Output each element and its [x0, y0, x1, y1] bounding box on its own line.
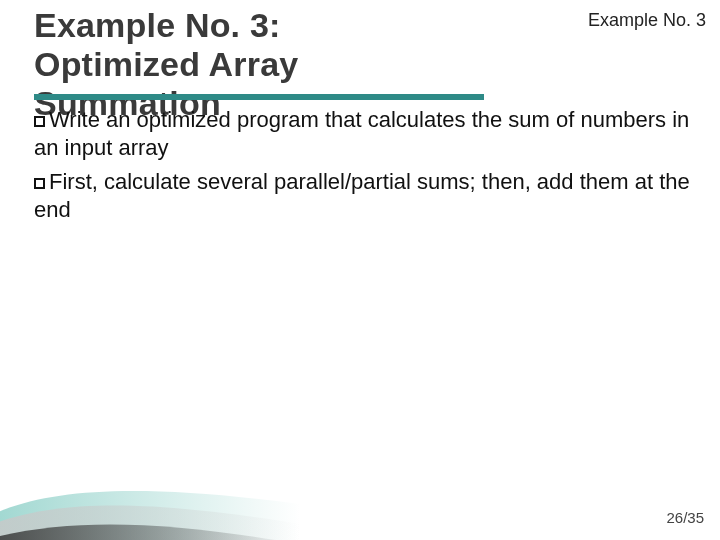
bullet-text: First, calculate several parallel/partia…: [34, 169, 690, 222]
bullet-item: Write an optimized program that calculat…: [34, 106, 692, 162]
square-bullet-icon: [34, 178, 45, 189]
bullet-text: Write an optimized program that calculat…: [34, 107, 689, 160]
decorative-swoosh-icon: [0, 432, 300, 540]
header-example-label: Example No. 3: [588, 10, 706, 31]
bullet-item: First, calculate several parallel/partia…: [34, 168, 692, 224]
page-number: 26/35: [666, 509, 704, 526]
slide-body: Write an optimized program that calculat…: [34, 106, 692, 231]
square-bullet-icon: [34, 116, 45, 127]
slide: Example No. 3 Example No. 3: Optimized A…: [0, 0, 720, 540]
title-underline: [34, 94, 484, 100]
title-line-1: Example No. 3:: [34, 6, 281, 44]
